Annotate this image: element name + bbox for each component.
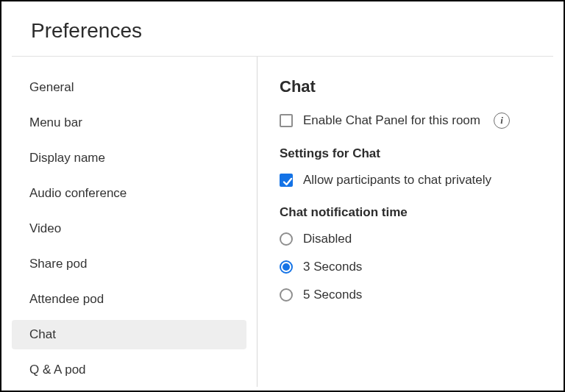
notification-option-3-seconds[interactable]: 3 Seconds [280, 260, 541, 274]
preferences-sidebar: GeneralMenu barDisplay nameAudio confere… [1, 57, 257, 387]
chat-notification-time-group: Disabled3 Seconds5 Seconds [280, 232, 541, 302]
allow-private-chat-checkbox[interactable] [280, 174, 293, 187]
enable-chat-panel-checkbox[interactable] [280, 114, 293, 127]
sidebar-item-audio-conference[interactable]: Audio conference [12, 179, 246, 208]
radio-label: Disabled [303, 232, 352, 246]
notification-option-5-seconds[interactable]: 5 Seconds [280, 288, 541, 302]
dialog-body: GeneralMenu barDisplay nameAudio confere… [1, 57, 564, 387]
sidebar-item-q-a-pod[interactable]: Q & A pod [12, 355, 246, 385]
radio-label: 5 Seconds [303, 288, 362, 302]
notification-option-disabled[interactable]: Disabled [280, 232, 541, 246]
sidebar-item-menu-bar[interactable]: Menu bar [12, 108, 246, 138]
chat-notification-time-heading: Chat notification time [280, 205, 541, 220]
enable-chat-panel-option[interactable]: Enable Chat Panel for this room i [280, 113, 541, 129]
radio-button[interactable] [280, 260, 293, 274]
sidebar-item-chat[interactable]: Chat [12, 320, 246, 349]
preferences-dialog: Preferences GeneralMenu barDisplay nameA… [1, 1, 564, 391]
allow-private-chat-label: Allow participants to chat privately [303, 173, 491, 188]
info-icon[interactable]: i [494, 113, 510, 129]
sidebar-item-attendee-pod[interactable]: Attendee pod [12, 285, 246, 314]
sidebar-item-share-pod[interactable]: Share pod [12, 249, 246, 279]
allow-private-chat-option[interactable]: Allow participants to chat privately [280, 173, 541, 188]
radio-label: 3 Seconds [303, 260, 362, 274]
enable-chat-panel-label: Enable Chat Panel for this room [303, 113, 480, 128]
page-title: Preferences [31, 19, 534, 43]
preferences-content: Chat Enable Chat Panel for this room i S… [257, 57, 564, 387]
content-heading: Chat [280, 77, 541, 96]
sidebar-item-general[interactable]: General [12, 73, 246, 102]
sidebar-item-display-name[interactable]: Display name [12, 143, 246, 173]
sidebar-item-video[interactable]: Video [12, 214, 246, 243]
settings-for-chat-heading: Settings for Chat [280, 146, 541, 161]
radio-button[interactable] [280, 232, 293, 246]
radio-button[interactable] [280, 288, 293, 302]
dialog-header: Preferences [1, 1, 564, 56]
